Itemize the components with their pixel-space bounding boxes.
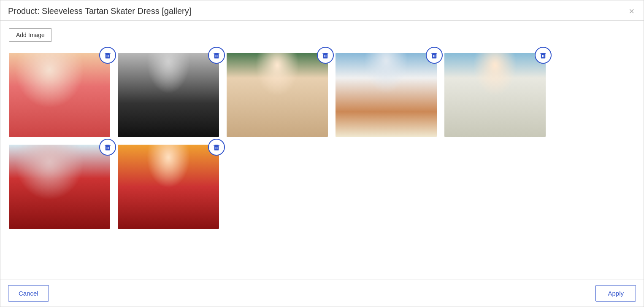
- delete-image-button[interactable]: [317, 47, 334, 64]
- product-image: [227, 53, 328, 137]
- close-button[interactable]: ×: [627, 7, 636, 16]
- apply-button[interactable]: Apply: [595, 285, 636, 302]
- delete-image-button[interactable]: [99, 47, 116, 64]
- add-image-button[interactable]: Add Image: [9, 28, 52, 42]
- product-image: [9, 145, 110, 229]
- product-gallery-dialog: Product: Sleeveless Tartan Skater Dress …: [0, 0, 644, 307]
- dialog-title: Product: Sleeveless Tartan Skater Dress …: [8, 6, 191, 16]
- list-item: [118, 145, 219, 229]
- delete-image-button[interactable]: [208, 139, 225, 156]
- product-image: [118, 53, 219, 137]
- list-item: [227, 53, 328, 137]
- product-image: [336, 53, 437, 137]
- dialog-body: Add Image: [0, 21, 644, 280]
- dialog-footer: Cancel Apply: [0, 280, 644, 307]
- delete-image-button[interactable]: [208, 47, 225, 64]
- dialog-header: Product: Sleeveless Tartan Skater Dress …: [0, 0, 644, 21]
- list-item: [9, 145, 110, 229]
- cancel-button[interactable]: Cancel: [8, 285, 49, 302]
- list-item: [336, 53, 437, 137]
- list-item: [118, 53, 219, 137]
- list-item: [444, 53, 546, 137]
- delete-image-button[interactable]: [535, 47, 552, 64]
- delete-image-button[interactable]: [426, 47, 443, 64]
- product-image: [118, 145, 219, 229]
- delete-image-button[interactable]: [99, 139, 116, 156]
- product-image: [9, 53, 110, 137]
- product-image: [444, 53, 546, 137]
- image-grid: [9, 50, 635, 229]
- list-item: [9, 53, 110, 137]
